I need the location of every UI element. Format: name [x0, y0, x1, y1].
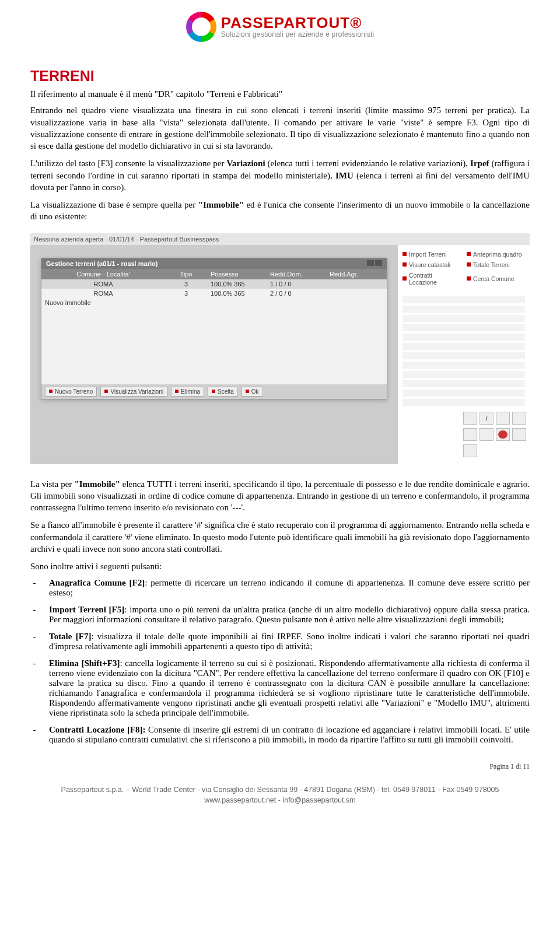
calendar-icon[interactable] [463, 412, 477, 425]
company-footer: Passepartout s.p.a. – World Trade Center… [30, 785, 530, 805]
side-visure-catastali[interactable]: Visure catastali [402, 261, 461, 268]
page-number: Pagina 1 di 11 [30, 762, 530, 771]
elimina-button[interactable]: Elimina [171, 387, 204, 397]
list-item: - Elimina [Shift+F3]: cancella logicamen… [30, 658, 530, 718]
window-title: Gestione terreni (a01/1 - rossi mario) [46, 260, 158, 267]
paragraph-6: Sono inoltre attivi i seguenti pulsanti: [30, 560, 530, 572]
brand-header: PASSEPARTOUT® Soluzioni gestionali per a… [30, 12, 530, 44]
new-terreno-button[interactable]: Nuovo Terreno [45, 387, 97, 397]
ok-button[interactable]: Ok [242, 387, 263, 397]
side-totale-terreni[interactable]: Totale Terreni [467, 261, 525, 268]
paragraph-4: La vista per "Immobile" elenca TUTTI i t… [30, 478, 530, 514]
new-row[interactable]: Nuovo immobile [41, 298, 387, 307]
window-controls[interactable] [366, 260, 382, 267]
toolbar-icons [402, 412, 525, 457]
paragraph-3: La visualizzazione di base è sempre quel… [30, 199, 530, 223]
grid-icon[interactable] [463, 444, 477, 457]
list-item: - Import Terreni [F5]: importa uno o più… [30, 605, 530, 625]
paragraph-2: L'utilizzo del tasto [F3] consente la vi… [30, 157, 530, 193]
intro-line: Il riferimento al manuale è il menù "DR"… [30, 88, 530, 100]
scelta-button[interactable]: Scelta [208, 387, 238, 397]
print-icon[interactable] [463, 428, 477, 441]
side-panel: Import Terreni Anteprima quadro Visure c… [398, 245, 530, 464]
app-screenshot: Nessuna azienda aperta - 01/01/14 - Pass… [30, 233, 530, 464]
list-item: - Totale [F7]: visualizza il totale dell… [30, 632, 530, 651]
list-item: - Anagrafica Comune [F2]: permette di ri… [30, 578, 530, 598]
page-heading: TERRENI [30, 68, 530, 85]
brand-subtitle: Soluzioni gestionali per aziende e profe… [221, 30, 374, 38]
sort-icon[interactable] [496, 412, 510, 425]
paragraph-1: Entrando nel quadro viene visualizzata u… [30, 104, 530, 152]
brand-logo-icon [186, 12, 216, 42]
terreni-window: Gestione terreni (a01/1 - rossi mario) C… [41, 258, 387, 400]
sw-icon[interactable] [496, 428, 510, 441]
bullets: - Anagrafica Comune [F2]: permette di ri… [30, 578, 530, 745]
paragraph-5: Se a fianco all'immobile è presente il c… [30, 519, 530, 555]
info-icon[interactable] [480, 412, 494, 425]
side-contratti-locazione[interactable]: Contratti Locazione [402, 272, 461, 286]
table-header: Comune - Localita' Tipo Possesso Redd.Do… [41, 269, 387, 279]
monitor-icon[interactable] [512, 412, 526, 425]
side-cerca-comune[interactable]: Cerca Comune [467, 272, 525, 286]
table-row[interactable]: ROMA 3 100,0% 365 2 / 0 / 0 [41, 289, 387, 298]
side-import-terreni[interactable]: Import Terreni [402, 251, 461, 258]
table-row[interactable]: ROMA 3 100,0% 365 1 / 0 / 0 [41, 279, 387, 289]
visualizza-variazioni-button[interactable]: Visualizza Variazioni [100, 387, 167, 397]
side-anteprima-quadro[interactable]: Anteprima quadro [467, 251, 525, 258]
app-titlebar: Nessuna azienda aperta - 01/01/14 - Pass… [30, 233, 530, 245]
window-footer: Nuovo Terreno Visualizza Variazioni Elim… [41, 384, 387, 399]
export-icon[interactable] [480, 428, 494, 441]
keyboard-icon[interactable] [512, 428, 526, 441]
list-item: - Contratti Locazione [F8]: Consente di … [30, 725, 530, 745]
brand-title: PASSEPARTOUT® [221, 15, 362, 30]
